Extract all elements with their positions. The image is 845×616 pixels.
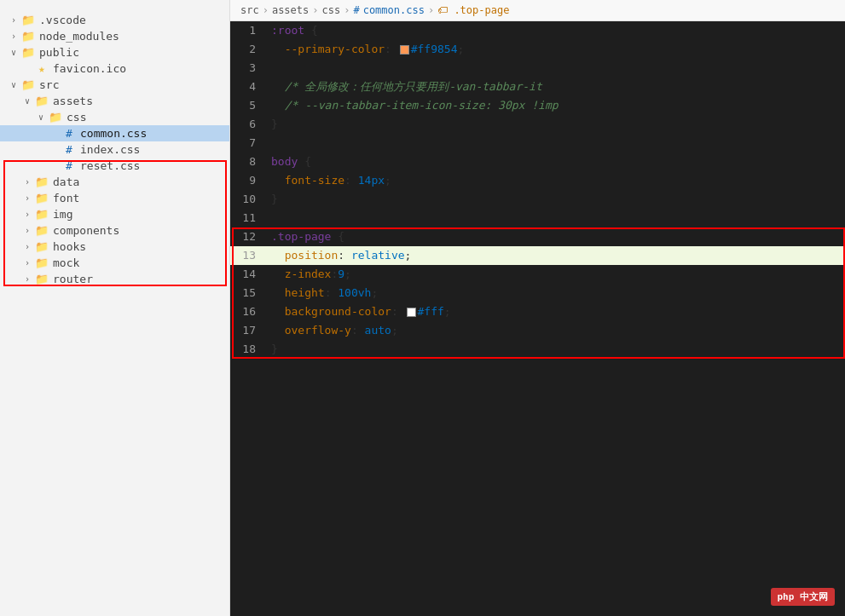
code-line-15: 15 height: 100vh; — [230, 284, 845, 302]
hash-icon: # — [61, 127, 77, 140]
line-number: 14 — [230, 265, 264, 284]
sidebar-item-index_css[interactable]: #index.css — [0, 141, 229, 158]
css-value: 100vh — [338, 286, 371, 299]
sidebar-item-label: components — [53, 224, 229, 237]
sidebar-item-label: common.css — [80, 127, 229, 140]
line-number: 6 — [230, 115, 264, 134]
php-badge: php 中文网 — [771, 588, 836, 606]
css-value: #fff — [418, 305, 444, 318]
line-content: position: relative; — [264, 246, 845, 265]
sidebar-item-label: src — [39, 78, 229, 91]
sidebar: ›📁.vscode›📁node_modules∨📁public★favicon.… — [0, 0, 230, 616]
folder-icon: 📁 — [34, 208, 49, 221]
css-selector: .top-page — [271, 230, 331, 243]
sidebar-item-assets[interactable]: ∨📁assets — [0, 93, 229, 109]
bc-css: css — [322, 4, 341, 16]
code-line-10: 10} — [230, 190, 845, 209]
sidebar-item-img[interactable]: ›📁img — [0, 206, 229, 222]
code-line-1: 1:root { — [230, 21, 845, 40]
chevron-right-icon: › — [7, 15, 20, 25]
sidebar-item-vscode[interactable]: ›📁.vscode — [0, 12, 229, 28]
chevron-right-icon: › — [20, 258, 34, 268]
line-content: .top-page { — [264, 227, 845, 246]
css-property: position — [285, 249, 339, 262]
line-number: 15 — [230, 284, 264, 302]
line-number: 9 — [230, 171, 264, 190]
sidebar-item-label: router — [53, 273, 229, 285]
code-line-11: 11 — [230, 209, 845, 227]
sidebar-item-label: public — [39, 46, 229, 59]
line-number: 8 — [230, 153, 264, 171]
folder-icon: 📁 — [34, 256, 49, 269]
hash-icon: # — [61, 143, 77, 156]
css-comment: /* 全局修改：任何地方只要用到-van-tabbar-it — [285, 80, 542, 93]
line-content: body { — [264, 153, 845, 171]
line-number: 1 — [230, 21, 264, 40]
line-number: 10 — [230, 190, 264, 209]
file-tree[interactable]: ›📁.vscode›📁node_modules∨📁public★favicon.… — [0, 0, 230, 616]
line-number: 12 — [230, 227, 264, 246]
star-icon: ★ — [34, 62, 49, 75]
sidebar-item-hooks[interactable]: ›📁hooks — [0, 239, 229, 255]
code-line-14: 14 z-index:9; — [230, 265, 845, 284]
css-property: height — [285, 286, 325, 299]
bc-src: src — [240, 4, 259, 16]
folder-icon: 📁 — [34, 176, 49, 188]
code-line-4: 4 /* 全局修改：任何地方只要用到-van-tabbar-it — [230, 78, 845, 96]
sidebar-item-router[interactable]: ›📁router — [0, 271, 229, 287]
line-number: 17 — [230, 321, 264, 340]
php-text: 中文网 — [800, 591, 828, 602]
line-content: :root { — [264, 21, 845, 40]
line-content: /* --van-tabbar-item-icon-size: 30px !im… — [264, 96, 845, 115]
line-content: } — [264, 190, 845, 209]
folder-icon: 📁 — [48, 111, 63, 124]
code-line-5: 5 /* --van-tabbar-item-icon-size: 30px !… — [230, 96, 845, 115]
bc-assets: assets — [272, 4, 309, 16]
folder-icon: 📁 — [34, 273, 49, 285]
code-line-2: 2 --primary-color: #ff9854; — [230, 40, 845, 59]
sidebar-item-mock[interactable]: ›📁mock — [0, 255, 229, 271]
code-line-7: 7 — [230, 134, 845, 153]
sidebar-item-node_modules[interactable]: ›📁node_modules — [0, 28, 229, 44]
folder-icon: 📁 — [20, 46, 36, 59]
line-content: /* 全局修改：任何地方只要用到-van-tabbar-it — [264, 78, 845, 96]
chevron-down-icon: ∨ — [20, 96, 34, 106]
sidebar-item-css[interactable]: ∨📁css — [0, 109, 229, 125]
css-value: auto — [365, 324, 391, 337]
chevron-right-icon: › — [20, 210, 34, 219]
chevron-right-icon: › — [20, 226, 34, 235]
sidebar-item-components[interactable]: ›📁components — [0, 222, 229, 239]
chevron-down-icon: ∨ — [7, 80, 20, 89]
chevron-right-icon: › — [20, 193, 34, 203]
line-content: } — [264, 115, 845, 134]
sidebar-item-label: index.css — [80, 143, 229, 156]
line-content: z-index:9; — [264, 265, 845, 284]
chevron-right-icon: › — [7, 32, 20, 41]
css-value: relative — [351, 249, 405, 262]
sidebar-item-label: node_modules — [39, 30, 229, 43]
php-icon: php — [778, 591, 795, 602]
bc-file: # common.css — [353, 4, 424, 16]
line-number: 5 — [230, 96, 264, 115]
sidebar-item-font[interactable]: ›📁font — [0, 190, 229, 206]
code-editor[interactable]: 1:root {2 --primary-color: #ff9854;34 /*… — [230, 21, 845, 616]
sidebar-item-public[interactable]: ∨📁public — [0, 44, 229, 60]
chevron-down-icon: ∨ — [34, 112, 48, 122]
sidebar-item-reset_css[interactable]: #reset.css — [0, 158, 229, 174]
css-value: #ff9854 — [411, 43, 458, 55]
code-line-12: 12.top-page { — [230, 227, 845, 246]
sidebar-item-favicon[interactable]: ★favicon.ico — [0, 60, 229, 77]
sidebar-item-common_css[interactable]: #common.css — [0, 125, 229, 141]
sidebar-item-src[interactable]: ∨📁src — [0, 77, 229, 93]
folder-icon: 📁 — [34, 240, 49, 253]
folder-icon: 📁 — [34, 192, 49, 204]
sidebar-item-label: assets — [53, 95, 229, 107]
line-content: font-size: 14px; — [264, 171, 845, 190]
line-content — [264, 209, 845, 227]
line-number: 16 — [230, 302, 264, 321]
sidebar-item-data[interactable]: ›📁data — [0, 174, 229, 190]
css-property: overflow-y — [285, 324, 351, 337]
chevron-right-icon: › — [20, 274, 34, 284]
chevron-right-icon: › — [20, 242, 34, 251]
bc-selector: 🏷 .top-page — [437, 4, 509, 16]
